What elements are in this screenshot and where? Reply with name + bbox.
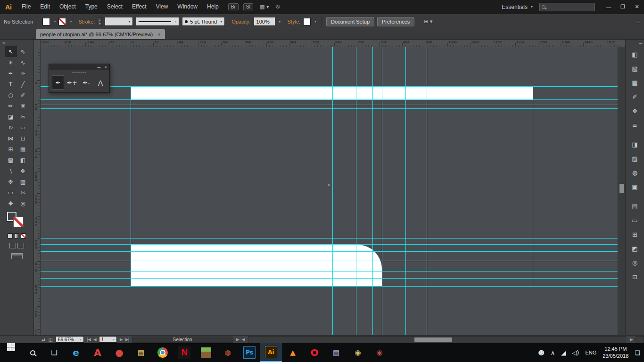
arrange-documents-icon[interactable]: ▦ ▾: [260, 4, 269, 10]
horizontal-scrollbar-thumb[interactable]: [414, 337, 452, 342]
control-panel-menu-icon[interactable]: ≣: [636, 18, 640, 25]
collapse-panel-icon[interactable]: ◂◂: [97, 66, 100, 69]
stroke-label[interactable]: Stroke:: [78, 19, 95, 25]
gpu-performance-icon[interactable]: ✇: [276, 4, 280, 10]
menu-window[interactable]: Window: [173, 0, 202, 14]
guide-horizontal[interactable]: [41, 108, 618, 109]
chrome-icon[interactable]: [152, 343, 173, 362]
style-label[interactable]: Style:: [288, 19, 301, 25]
expand-panels-icon[interactable]: ◂◂: [637, 41, 644, 47]
workspace-switcher[interactable]: Essentials ▾: [502, 4, 533, 10]
game-icon-1[interactable]: ◍: [217, 343, 239, 362]
align-panel-icon[interactable]: ⊞: [629, 229, 641, 240]
menu-object[interactable]: Object: [55, 0, 81, 14]
minimize-button[interactable]: —: [602, 0, 616, 14]
menu-select[interactable]: Select: [102, 0, 127, 14]
menu-file[interactable]: File: [17, 0, 35, 14]
fill-color-swatch[interactable]: [42, 18, 50, 25]
netflix-icon[interactable]: N: [173, 343, 195, 362]
horizontal-ruler[interactable]: -288-216-144-720721442162883604325045766…: [41, 40, 625, 47]
paintbrush-tool[interactable]: ✐: [17, 90, 29, 100]
restore-button[interactable]: ❐: [616, 0, 630, 14]
scissors-tool[interactable]: ✂: [17, 111, 29, 122]
previous-artboard-button[interactable]: ◀: [93, 337, 96, 342]
slice-tool[interactable]: ✄: [17, 187, 29, 198]
chevron-up-icon[interactable]: ∧: [551, 349, 555, 356]
status-icon-1[interactable]: ⇄: [41, 337, 45, 342]
chevron-down-icon[interactable]: ▾: [70, 19, 72, 24]
canvas[interactable]: ×: [41, 47, 618, 335]
first-artboard-button[interactable]: |◀: [87, 337, 91, 342]
align-options-icon[interactable]: ⊞ ▾: [424, 18, 432, 25]
close-button[interactable]: ✕: [630, 0, 644, 14]
guide-horizontal[interactable]: [41, 271, 618, 272]
media-player-icon[interactable]: ●: [108, 343, 130, 362]
cs-icon[interactable]: ◉: [347, 343, 369, 362]
search-button[interactable]: [22, 343, 43, 362]
mesh-tool[interactable]: ▩: [5, 155, 17, 165]
type-tool[interactable]: T: [5, 79, 17, 90]
pen-tool[interactable]: ✒: [5, 68, 17, 79]
minecraft-icon[interactable]: [195, 343, 217, 362]
curvature-tool[interactable]: ✑: [17, 68, 29, 79]
photoshop-icon[interactable]: Ps: [239, 343, 260, 362]
status-icon-2[interactable]: ◫: [48, 337, 52, 342]
vertical-scrollbar-thumb[interactable]: [619, 184, 624, 193]
menu-help[interactable]: Help: [202, 0, 223, 14]
panel-grip[interactable]: ▪▪▪▪▪▪▪: [49, 70, 109, 74]
variable-width-profile-select[interactable]: ▾: [136, 17, 179, 26]
guide-horizontal[interactable]: [41, 251, 618, 252]
guide-vertical[interactable]: [427, 47, 427, 335]
style-swatch[interactable]: [303, 18, 311, 25]
pencil-tool[interactable]: ✏: [5, 100, 17, 111]
direct-selection-tool[interactable]: ⇖: [17, 46, 29, 57]
guide-horizontal[interactable]: [41, 99, 618, 100]
zoom-tool[interactable]: ◎: [17, 198, 29, 209]
edge-icon[interactable]: e: [65, 343, 87, 362]
brushes-panel-icon[interactable]: ✐: [629, 91, 641, 102]
color-panel-icon[interactable]: ◧: [629, 49, 641, 60]
stock-button[interactable]: St: [243, 3, 253, 10]
width-tool[interactable]: ⋈: [5, 133, 17, 144]
game-icon-2[interactable]: ◉: [369, 343, 390, 362]
aimp-icon[interactable]: A: [87, 343, 108, 362]
opacity-label[interactable]: Opacity:: [231, 19, 250, 25]
gradient-tool[interactable]: ◧: [17, 155, 29, 165]
anchor-point-tool[interactable]: ⋀: [94, 75, 107, 90]
taskbar-clock[interactable]: 12:45 PM 23/05/2018: [603, 346, 628, 360]
guide-vertical[interactable]: [382, 47, 382, 335]
document-tab[interactable]: people of utopian.ai* @ 66.67% (CMYK/Pre…: [36, 29, 165, 39]
pen-tool[interactable]: ✒: [52, 75, 64, 90]
delete-anchor-point-tool[interactable]: ✒-: [80, 75, 92, 90]
guide-horizontal[interactable]: [41, 105, 618, 105]
stroke-weight-stepper[interactable]: ▴▾: [98, 17, 102, 26]
vertical-ruler[interactable]: 072144216288360432504576648720792: [34, 47, 41, 335]
menu-view[interactable]: View: [151, 0, 173, 14]
guide-horizontal[interactable]: [41, 278, 618, 279]
start-button[interactable]: [0, 343, 22, 362]
volume-icon[interactable]: ◁): [572, 349, 579, 356]
perspective-grid-tool[interactable]: ▦: [17, 144, 29, 155]
vlc-icon[interactable]: ▲: [282, 343, 304, 362]
transparency-panel-icon[interactable]: ▨: [629, 153, 641, 164]
preferences-button[interactable]: Preferences: [377, 17, 414, 26]
menu-edit[interactable]: Edit: [35, 0, 55, 14]
draw-normal-button[interactable]: [9, 243, 16, 248]
scroll-left-button[interactable]: ◀: [242, 337, 245, 342]
draw-behind-button[interactable]: [17, 243, 24, 248]
last-artboard-button[interactable]: ▶|: [125, 337, 129, 342]
add-anchor-point-tool[interactable]: ✒+: [66, 75, 78, 90]
language-indicator[interactable]: ENG: [585, 350, 596, 355]
opacity-flyout-icon[interactable]: ▸: [279, 19, 281, 24]
guide-vertical[interactable]: [405, 47, 406, 335]
artboard-number-field[interactable]: 1 ▾: [99, 336, 117, 343]
appearance-panel-icon[interactable]: ◍: [629, 167, 641, 178]
shape-builder-tool[interactable]: ⊞: [5, 144, 17, 155]
chevron-down-icon[interactable]: ▾: [54, 19, 56, 24]
file-explorer-icon[interactable]: ▤: [130, 343, 152, 362]
search-box[interactable]: [539, 3, 595, 11]
ruler-origin-corner[interactable]: [34, 40, 41, 47]
symbols-panel-icon[interactable]: ❖: [629, 105, 641, 116]
artwork-white-bar[interactable]: [131, 86, 533, 99]
gradient-panel-icon[interactable]: ◨: [629, 139, 641, 150]
